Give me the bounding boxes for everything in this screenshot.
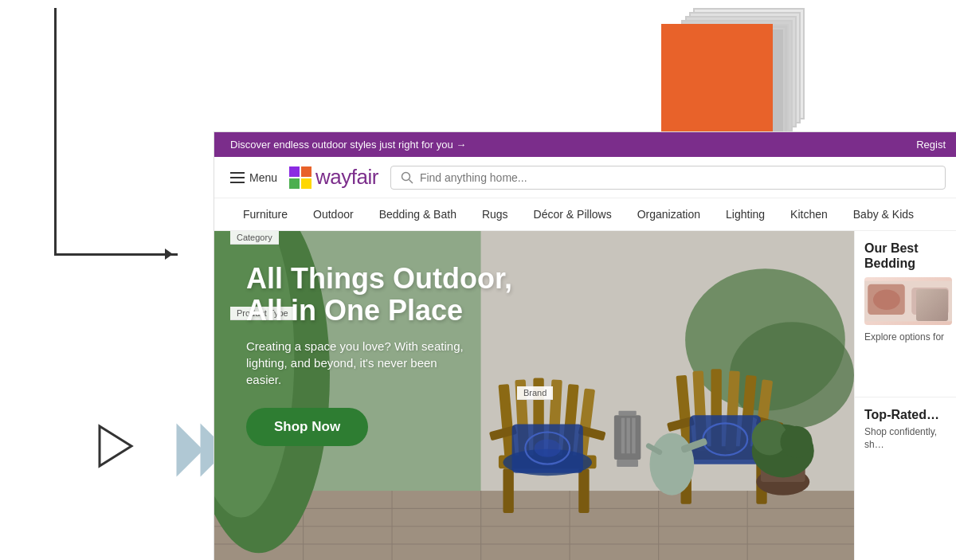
- hero-section: All Things Outdoor, All in One Place Cre…: [214, 231, 854, 560]
- bedding-image: [864, 277, 952, 325]
- shop-now-button[interactable]: Shop Now: [246, 408, 368, 446]
- svg-rect-59: [632, 418, 635, 454]
- svg-point-60: [649, 433, 694, 495]
- svg-rect-3: [289, 166, 300, 177]
- svg-rect-54: [618, 411, 636, 416]
- svg-rect-70: [911, 288, 949, 315]
- svg-rect-6: [301, 178, 311, 189]
- nav-item-decor[interactable]: Décor & Pillows: [521, 198, 625, 230]
- browser-frame: Discover endless outdoor styles just rig…: [214, 131, 956, 560]
- right-sidebar: Our Best Bedding Explore options for To: [854, 231, 956, 560]
- left-bracket-decoration: [54, 8, 57, 255]
- header: Menu wayfair: [214, 157, 956, 198]
- menu-button[interactable]: Menu: [230, 171, 277, 184]
- arrow-right-decoration: [54, 253, 178, 256]
- nav-item-bedding[interactable]: Bedding & Bath: [366, 198, 469, 230]
- nav-item-lighting[interactable]: Lighting: [713, 198, 778, 230]
- svg-rect-57: [621, 418, 625, 454]
- svg-rect-58: [626, 418, 629, 454]
- nav-item-rugs[interactable]: Rugs: [469, 198, 521, 230]
- best-bedding-title: Our Best Bedding: [864, 241, 952, 271]
- promo-banner[interactable]: Discover endless outdoor styles just rig…: [214, 132, 956, 157]
- svg-marker-1: [178, 426, 202, 474]
- wayfair-logo-icon: [289, 166, 311, 189]
- play-icon[interactable]: [88, 418, 143, 474]
- search-bar[interactable]: [390, 166, 946, 190]
- nav-item-baby[interactable]: Baby & Kids: [840, 198, 927, 230]
- hamburger-icon: [230, 172, 245, 183]
- svg-rect-36: [578, 468, 589, 513]
- top-rated-panel[interactable]: Top-Rated… Shop confidently, sh…: [855, 397, 956, 560]
- search-input[interactable]: [420, 171, 935, 184]
- svg-rect-35: [503, 468, 513, 513]
- svg-point-7: [402, 172, 409, 180]
- svg-marker-0: [100, 426, 131, 466]
- stacked-cards-decoration: [661, 8, 805, 143]
- svg-rect-4: [301, 166, 311, 177]
- svg-line-8: [409, 179, 413, 183]
- svg-point-67: [780, 426, 812, 458]
- svg-point-71: [873, 290, 900, 310]
- svg-point-40: [535, 439, 561, 456]
- promo-message: Discover endless outdoor styles just rig…: [230, 139, 466, 151]
- hero-headline: All Things Outdoor, All in One Place: [246, 263, 512, 326]
- register-link[interactable]: Regist: [916, 139, 946, 151]
- nav-item-kitchen[interactable]: Kitchen: [778, 198, 840, 230]
- nav-item-outdoor[interactable]: Outdoor: [300, 198, 366, 230]
- search-icon: [401, 171, 413, 184]
- nav-item-furniture[interactable]: Furniture: [230, 198, 300, 230]
- top-rated-title: Top-Rated…: [864, 407, 952, 422]
- menu-label: Menu: [249, 171, 277, 184]
- content-area: All Things Outdoor, All in One Place Cre…: [214, 231, 956, 560]
- category-label: Category: [230, 231, 279, 245]
- svg-rect-5: [289, 178, 300, 189]
- promo-text: Discover endless outdoor styles just rig…: [230, 139, 466, 151]
- top-rated-subtitle: Shop confidently, sh…: [864, 426, 952, 451]
- nav-item-organization[interactable]: Organization: [625, 198, 713, 230]
- hero-text-block: All Things Outdoor, All in One Place Cre…: [246, 263, 512, 446]
- svg-rect-56: [617, 460, 638, 467]
- best-bedding-panel[interactable]: Our Best Bedding Explore options for: [855, 231, 956, 397]
- brand-label: Brand: [517, 386, 553, 400]
- wayfair-logo[interactable]: wayfair: [289, 165, 378, 190]
- wayfair-logo-text: wayfair: [315, 165, 378, 190]
- hero-subtext: Creating a space you love? With seating,…: [246, 338, 469, 388]
- card-orange: [661, 24, 773, 135]
- main-nav: Furniture Outdoor Bedding & Bath Rugs Dé…: [214, 198, 956, 231]
- best-bedding-subtitle: Explore options for: [864, 331, 952, 344]
